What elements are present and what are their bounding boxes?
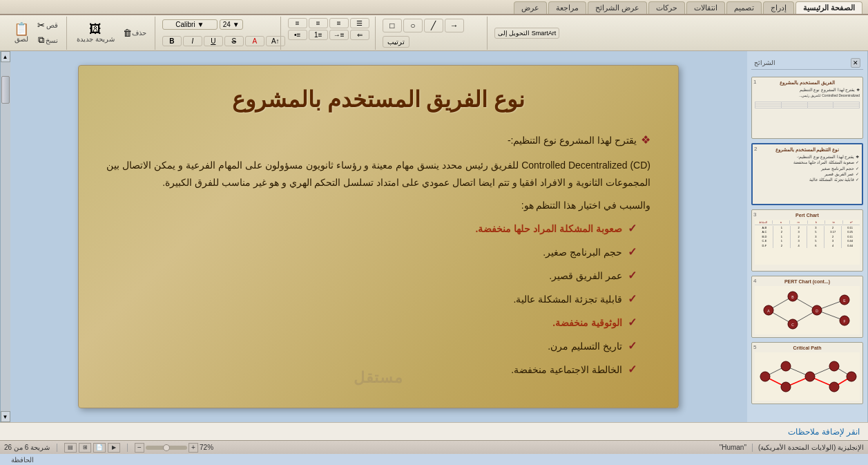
- zoom-slider[interactable]: [146, 446, 187, 450]
- bullet-button[interactable]: •≡: [288, 30, 307, 40]
- check-text-2: حجم البرنامج صغير.: [543, 243, 622, 262]
- pert-svg-4: A B C D E F: [755, 286, 858, 334]
- slide-thumb-5[interactable]: 5 Critical Path: [751, 342, 863, 404]
- new-slide-icon: 🖼: [89, 23, 102, 35]
- italic-button[interactable]: I: [183, 36, 202, 46]
- rtl-button[interactable]: ⇐: [350, 30, 369, 40]
- align-right-button[interactable]: ≡: [288, 18, 307, 28]
- bold-button[interactable]: B: [162, 36, 182, 46]
- check-mark-4: ✓: [628, 288, 637, 310]
- paste-icon: 📋: [14, 23, 29, 35]
- indent-button[interactable]: →≡: [329, 30, 349, 40]
- font-group: Calibri ▼ 24 ▼ B I U S A A↑: [157, 17, 281, 50]
- right-scrollbar: ▲ ▼: [0, 51, 10, 422]
- tab-animations[interactable]: حركات: [648, 1, 685, 14]
- tab-review[interactable]: مراجعة: [548, 1, 586, 14]
- thumb-pert-3: النشاط a m b te σ² A-B12320.11 A-C2353.1…: [755, 220, 860, 265]
- slides-group: 🖼 شريحة جديدة 🗑 حذف: [68, 17, 155, 50]
- align-left-button[interactable]: ≡: [329, 18, 349, 28]
- notes-placeholder[interactable]: انقر لإضافة ملاحظات: [788, 427, 860, 437]
- tab-transitions[interactable]: انتقالات: [686, 1, 725, 14]
- slide-info: شريحة 6 من 26: [4, 444, 50, 451]
- check-text-1: صعوبة المشكلة المراد حلها منخفضة.: [476, 219, 622, 238]
- check-mark-1: ✓: [628, 218, 637, 240]
- reading-view-button[interactable]: 📄: [93, 443, 106, 453]
- language-status: الإنجليزية (الولايات المتحدة الأمريكية): [758, 444, 864, 451]
- slide-thumb-2[interactable]: 2 نوع التنظيم المستخدم بالمشروع ❖ يقترح …: [751, 143, 863, 205]
- shapes-button[interactable]: □: [383, 19, 402, 32]
- tab-slideshow[interactable]: عرض الشرائح: [588, 1, 647, 14]
- ribbon-tabs: الصفحة الرئيسية إدراج تصميم انتقالات حرك…: [0, 0, 868, 15]
- zoom-out-button[interactable]: −: [135, 443, 144, 453]
- thumb-content-1: ❖ يقترح لهذا المشروع نوع التنظيم Control…: [755, 87, 860, 108]
- paste-label: لصق: [15, 35, 28, 43]
- check-mark-5: ✓: [628, 312, 637, 334]
- svg-point-30: [829, 361, 839, 371]
- tab-view[interactable]: عرض: [514, 1, 547, 14]
- font-name-dropdown[interactable]: Calibri ▼: [162, 19, 218, 30]
- tab-insert[interactable]: إدراج: [763, 1, 794, 14]
- scroll-down-button[interactable]: ▼: [1, 411, 10, 422]
- clipboard-label: الحافظة: [11, 456, 34, 464]
- justify-button[interactable]: ☰: [350, 18, 369, 28]
- slide-sorter-button[interactable]: ⊞: [79, 443, 91, 453]
- paste-button[interactable]: 📋 لصق: [11, 21, 32, 44]
- svg-point-28: [781, 382, 791, 392]
- thumb-content-2: ❖ يقترح لهذا المشروع نوع التنظيم:- ✓ صعو…: [755, 154, 859, 182]
- slide-thumb-1[interactable]: 1 الفريق المستخدم بالمشروع ❖ يقترح لهذا …: [751, 77, 863, 139]
- thumb-title-3: Pert Chart: [755, 213, 860, 218]
- line-button[interactable]: ╱: [424, 19, 443, 32]
- svg-text:C: C: [791, 323, 794, 327]
- check-item-6: ✓ تاريخ التسليم مرن.: [106, 335, 637, 357]
- arrow-button[interactable]: →: [445, 19, 464, 32]
- normal-view-button[interactable]: ▤: [64, 443, 77, 453]
- theme-status: "Human": [720, 444, 746, 451]
- tab-design[interactable]: تصميم: [726, 1, 762, 14]
- delete-icon: 🗑: [123, 28, 132, 38]
- slide-body: ❖ يقترح لهذا المشروع نوع التنظيم:- Contr…: [106, 129, 650, 381]
- svg-text:F: F: [843, 319, 845, 323]
- arrange-button[interactable]: ترتيب: [383, 36, 409, 48]
- panel-title: الشرائح: [754, 59, 775, 66]
- delete-button[interactable]: 🗑 حذف: [120, 26, 149, 39]
- copy-label: نسخ: [46, 37, 58, 44]
- notes-area[interactable]: انقر لإضافة ملاحظات: [0, 422, 868, 440]
- tab-home[interactable]: الصفحة الرئيسية: [795, 1, 862, 14]
- cut-button[interactable]: ✂ قص: [35, 19, 61, 32]
- status-left: شريحة 6 من 26 ▤ ⊞ 📄 ▶ − + 72%: [4, 443, 213, 453]
- font-color-button[interactable]: A: [245, 36, 264, 46]
- reason-intro: والسبب في اختيار هذا التنظم هو:: [106, 196, 650, 215]
- delete-label: حذف: [132, 29, 146, 37]
- smartart-button[interactable]: التحويل إلى SmartArt: [494, 28, 560, 39]
- thumb-title-4: PERT Chart (cont...): [755, 279, 860, 284]
- slideshow-button[interactable]: ▶: [108, 443, 120, 453]
- thumb-critical-5: [755, 352, 860, 401]
- numbering-button[interactable]: 1≡: [309, 30, 328, 40]
- panel-close-button[interactable]: ✕: [851, 58, 860, 68]
- slide-thumb-4[interactable]: 4 PERT Chart (cont...): [751, 276, 863, 338]
- status-divider-2: [127, 444, 128, 452]
- smartart-group: التحويل إلى SmartArt: [489, 17, 566, 50]
- copy-button[interactable]: ⧉ نسخ: [35, 33, 61, 47]
- oval-button[interactable]: ○: [403, 19, 423, 32]
- slide-thumb-3[interactable]: 3 Pert Chart النشاط a m b te σ² A-B12320…: [751, 209, 863, 272]
- check-text-4: قابلية تجزئة المشكلة عالية.: [513, 290, 622, 309]
- align-center-button[interactable]: ≡: [309, 18, 328, 28]
- zoom-thumb: [163, 444, 170, 451]
- strikethrough-button[interactable]: S: [224, 36, 244, 46]
- check-item-4: ✓ قابلية تجزئة المشكلة عالية.: [106, 288, 637, 310]
- new-slide-button[interactable]: 🖼 شريحة جديدة: [74, 21, 117, 44]
- scroll-up-button[interactable]: ▲: [1, 51, 10, 62]
- underline-button[interactable]: U: [204, 36, 223, 46]
- zoom-in-button[interactable]: +: [189, 443, 198, 453]
- check-item-3: ✓ عمر الفريق قصير.: [106, 265, 637, 287]
- slide-num-3: 3: [753, 211, 756, 218]
- svg-point-29: [805, 372, 815, 381]
- scroll-thumb[interactable]: [1, 76, 10, 104]
- zoom-control: − + 72%: [135, 443, 213, 453]
- slide-main: نوع الفريق المستخدم بالمشروع ❖ يقترح لهذ…: [10, 51, 747, 422]
- thumb-title-5: Critical Path: [755, 345, 860, 350]
- thumb-title-1: الفريق المستخدم بالمشروع: [755, 80, 860, 86]
- font-size-dropdown[interactable]: 24 ▼: [220, 19, 243, 30]
- check-text-3: عمر الفريق قصير.: [549, 266, 622, 285]
